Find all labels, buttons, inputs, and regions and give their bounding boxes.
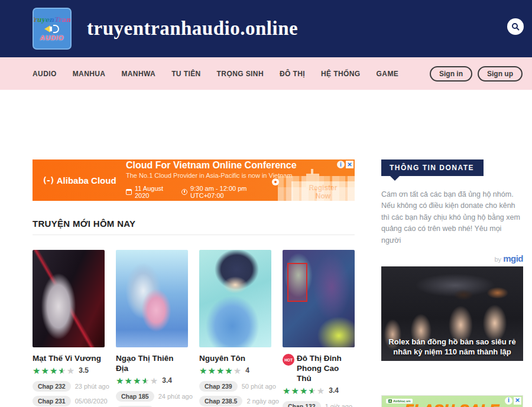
chapter-badge[interactable]: Chap 185 <box>116 391 154 402</box>
sidebar: THÔNG TIN DONATE Cám ơn tất cả các bạn đ… <box>381 159 523 407</box>
location-pin-icon <box>272 178 279 185</box>
site-header: TruyenTranh AUDIO truyentranhaudio.onlin… <box>0 0 532 57</box>
comic-cover[interactable] <box>116 250 188 347</box>
speaker-icon <box>44 24 60 34</box>
nav-item-trọng-sinh[interactable]: TRỌNG SINH <box>217 70 264 78</box>
star-icon: ★ <box>308 386 316 395</box>
calendar-icon <box>126 189 132 195</box>
chapter-badge[interactable]: Chap 231 <box>33 396 71 406</box>
alibaba-ad-banner[interactable]: (-) Alibaba Cloud Cloud For Vietnam Onli… <box>33 159 355 201</box>
main-column: (-) Alibaba Cloud Cloud For Vietnam Onli… <box>33 159 355 407</box>
city-skyline-illustration <box>278 176 355 201</box>
star-icon: ★ <box>58 366 66 375</box>
star-icon: ★ <box>50 366 57 375</box>
ad-title: Cloud For Vietnam Online Conference <box>126 160 355 171</box>
chapter-badge[interactable]: Chap 238.5 <box>199 396 242 406</box>
star-icon: ★ <box>216 366 224 375</box>
chapter-time: 24 phút ago <box>158 393 193 400</box>
comic-card: Mạt Thế Vi Vương ★★★★★3.5 Chap 23223 phú… <box>33 250 105 407</box>
advertiser-logo-icon: A <box>388 399 392 403</box>
star-rating: ★★★★★3.4 <box>116 376 188 385</box>
donate-section-title: THÔNG TIN DONATE <box>381 159 484 176</box>
auth-buttons: Sign in Sign up <box>430 66 523 82</box>
ad-info-icon[interactable]: i <box>505 397 512 405</box>
advertiser-name: Airbloc.vn <box>393 399 410 403</box>
ad-date: 11 August 2020 <box>135 185 179 199</box>
rating-value: 3.4 <box>162 376 172 385</box>
hot-badge: HOT <box>283 354 294 366</box>
comic-cover[interactable] <box>283 250 355 347</box>
chapter-time: 23 phút ago <box>75 383 109 390</box>
star-icon: ★ <box>141 376 149 385</box>
nav-menu: AUDIOMANHUAMANHWATU TIÊNTRỌNG SINHĐÔ THỊ… <box>33 70 414 78</box>
star-icon: ★ <box>283 386 290 395</box>
logo-text-bottom: AUDIO <box>40 34 64 41</box>
star-icon: ★ <box>233 366 241 375</box>
search-icon <box>511 22 520 31</box>
section-title-new-today: TRUYỆN MỚI HÔM NAY <box>33 219 355 235</box>
comics-grid: Mạt Thế Vi Vương ★★★★★3.5 Chap 23223 phú… <box>33 250 355 407</box>
ad-info-icon[interactable]: i <box>337 161 345 168</box>
adchoices-controls: i ✕ <box>505 397 521 405</box>
site-title: truyentranhaudio.online <box>87 18 298 40</box>
donate-message: Cám ơn tất cả các bạn đã ủng hộ nhóm. Nế… <box>381 189 523 246</box>
star-icon: ★ <box>291 386 299 395</box>
adchoices-controls: i ✕ <box>337 161 353 168</box>
star-icon: ★ <box>33 366 40 375</box>
flash-sale-ad[interactable]: A Airbloc.vn i ✕ FLASH SALE XEM NGAY <box>381 395 523 407</box>
chapter-list: Chap 1321 giờ agoChap 13105/08/2020 <box>283 401 355 407</box>
alibaba-logo: (-) Alibaba Cloud <box>33 175 126 185</box>
star-icon: ★ <box>67 366 74 375</box>
star-rating: ★★★★★3.4 <box>283 386 355 395</box>
nav-item-audio[interactable]: AUDIO <box>33 70 57 78</box>
alibaba-brand-text: Alibaba Cloud <box>57 175 116 185</box>
site-logo[interactable]: TruyenTranh AUDIO <box>33 8 72 50</box>
chapter-time: 50 phút ago <box>242 383 276 390</box>
comic-title[interactable]: Mạt Thế Vi Vương <box>33 354 101 364</box>
star-icon: ★ <box>116 376 124 385</box>
nav-item-tu-tiên[interactable]: TU TIÊN <box>171 70 200 78</box>
nav-item-hệ-thống[interactable]: HỆ THỐNG <box>321 70 361 78</box>
chapter-list: Chap 18524 phút agoChap 1843 ngày ago <box>116 391 188 407</box>
ad-close-icon[interactable]: ✕ <box>346 161 353 168</box>
ad-close-icon[interactable]: ✕ <box>514 397 521 405</box>
main-nav: AUDIOMANHUAMANHWATU TIÊNTRỌNG SINHĐÔ THỊ… <box>0 57 532 90</box>
comic-cover[interactable] <box>199 250 271 347</box>
star-rating: ★★★★★3.5 <box>33 366 105 375</box>
comic-card: HOT Đô Thị Đỉnh Phong Cao Thủ ★★★★★3.4 C… <box>283 250 355 407</box>
search-button[interactable] <box>507 18 524 35</box>
sign-in-button[interactable]: Sign in <box>430 66 472 82</box>
star-icon: ★ <box>133 376 141 385</box>
native-ad-caption: Rolex bán đồng hồ bản sao siêu rẻ nhân k… <box>381 337 523 357</box>
comic-title[interactable]: Ngạo Thị Thiên Địa <box>116 354 188 374</box>
mgid-by-label: by <box>494 256 501 263</box>
nav-item-đô-thị[interactable]: ĐÔ THỊ <box>280 70 305 78</box>
advertiser-chip: A Airbloc.vn <box>386 399 413 403</box>
rating-value: 3.4 <box>329 386 339 395</box>
nav-item-game[interactable]: GAME <box>377 70 399 78</box>
chapter-list: Chap 23950 phút agoChap 238.52 ngày ago <box>199 381 271 406</box>
nav-item-manhua[interactable]: MANHUA <box>73 70 106 78</box>
chapter-list: Chap 23223 phút agoChap 23105/08/2020 <box>33 381 105 406</box>
chapter-time: 1 giờ ago <box>325 403 352 407</box>
mgid-logo[interactable]: mgid <box>503 253 523 263</box>
comic-cover[interactable] <box>33 250 105 347</box>
star-icon: ★ <box>150 376 158 385</box>
native-ad-image[interactable]: Rolex bán đồng hồ bản sao siêu rẻ nhân k… <box>381 266 523 361</box>
comic-card: Ngạo Thị Thiên Địa ★★★★★3.4 Chap 18524 p… <box>116 250 188 407</box>
comic-card: Nguyên Tôn ★★★★★4 Chap 23950 phút agoCha… <box>199 250 271 407</box>
star-icon: ★ <box>41 366 48 375</box>
chapter-badge[interactable]: Chap 232 <box>33 381 71 392</box>
star-icon: ★ <box>199 366 207 375</box>
mgid-attribution: by mgid <box>381 253 523 263</box>
chapter-time: 05/08/2020 <box>75 398 108 405</box>
comic-title[interactable]: Nguyên Tôn <box>199 354 245 364</box>
nav-item-manhwa[interactable]: MANHWA <box>121 70 155 78</box>
chapter-badge[interactable]: Chap 239 <box>199 381 238 392</box>
chapter-badge[interactable]: Chap 132 <box>283 401 321 407</box>
comic-title[interactable]: Đô Thị Đỉnh Phong Cao Thủ <box>297 354 355 384</box>
sign-up-button[interactable]: Sign up <box>478 66 523 82</box>
rating-value: 3.5 <box>79 366 89 375</box>
star-icon: ★ <box>124 376 132 385</box>
chapter-time: 2 ngày ago <box>246 398 278 405</box>
